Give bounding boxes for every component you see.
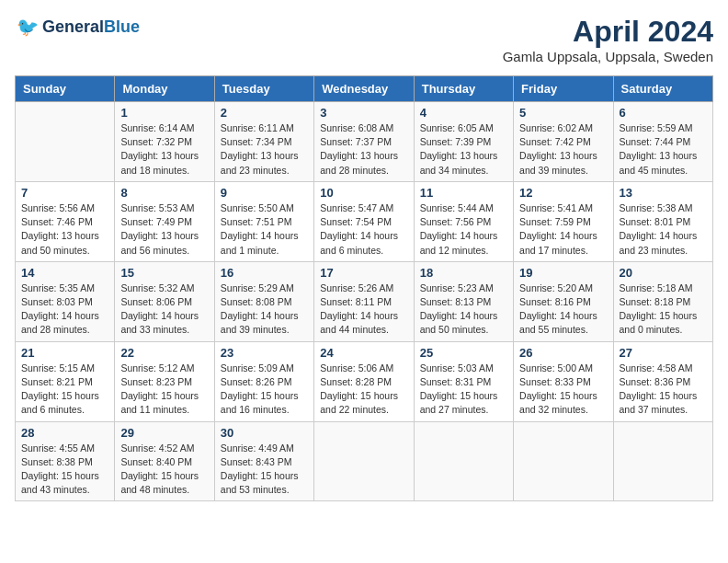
calendar-cell	[314, 421, 414, 501]
calendar-cell	[16, 102, 115, 182]
day-number: 26	[519, 346, 607, 360]
day-number: 27	[620, 346, 707, 360]
day-detail: Sunrise: 5:18 AMSunset: 8:18 PMDaylight:…	[620, 282, 707, 338]
calendar-cell: 26Sunrise: 5:00 AMSunset: 8:33 PMDayligh…	[514, 341, 613, 421]
day-detail: Sunrise: 4:52 AMSunset: 8:40 PMDaylight:…	[120, 442, 208, 498]
calendar-cell: 27Sunrise: 4:58 AMSunset: 8:36 PMDayligh…	[613, 341, 712, 421]
day-detail: Sunrise: 5:12 AMSunset: 8:23 PMDaylight:…	[120, 362, 208, 418]
day-detail: Sunrise: 5:35 AMSunset: 8:03 PMDaylight:…	[21, 282, 108, 338]
svg-text:🐦: 🐦	[17, 16, 40, 38]
calendar-cell: 10Sunrise: 5:47 AMSunset: 7:54 PMDayligh…	[314, 181, 414, 261]
day-detail: Sunrise: 5:03 AMSunset: 8:31 PMDaylight:…	[420, 362, 507, 418]
calendar-cell: 3Sunrise: 6:08 AMSunset: 7:37 PMDaylight…	[314, 102, 414, 182]
day-detail: Sunrise: 4:49 AMSunset: 8:43 PMDaylight:…	[221, 442, 308, 498]
day-detail: Sunrise: 5:26 AMSunset: 8:11 PMDaylight:…	[320, 282, 407, 338]
day-number: 23	[221, 346, 308, 360]
calendar-cell: 11Sunrise: 5:44 AMSunset: 7:56 PMDayligh…	[414, 181, 513, 261]
column-header-tuesday: Tuesday	[214, 76, 313, 102]
calendar-cell: 21Sunrise: 5:15 AMSunset: 8:21 PMDayligh…	[16, 341, 115, 421]
calendar-week-row: 28Sunrise: 4:55 AMSunset: 8:38 PMDayligh…	[16, 421, 713, 501]
day-detail: Sunrise: 5:00 AMSunset: 8:33 PMDaylight:…	[519, 362, 607, 418]
day-number: 10	[320, 186, 407, 200]
day-number: 16	[221, 266, 308, 280]
calendar-week-row: 14Sunrise: 5:35 AMSunset: 8:03 PMDayligh…	[16, 261, 713, 341]
column-header-saturday: Saturday	[613, 76, 712, 102]
day-number: 19	[519, 266, 607, 280]
day-detail: Sunrise: 5:15 AMSunset: 8:21 PMDaylight:…	[21, 362, 108, 418]
page-header: 🐦 GeneralBlue April 2024 Gamla Uppsala, …	[15, 15, 713, 64]
calendar-cell: 1Sunrise: 6:14 AMSunset: 7:32 PMDaylight…	[115, 102, 214, 182]
column-header-thursday: Thursday	[414, 76, 513, 102]
day-number: 21	[21, 346, 108, 360]
calendar-cell: 29Sunrise: 4:52 AMSunset: 8:40 PMDayligh…	[115, 421, 214, 501]
day-detail: Sunrise: 4:58 AMSunset: 8:36 PMDaylight:…	[620, 362, 707, 418]
day-detail: Sunrise: 5:56 AMSunset: 7:46 PMDaylight:…	[21, 201, 108, 258]
day-detail: Sunrise: 5:32 AMSunset: 8:06 PMDaylight:…	[120, 282, 208, 338]
calendar-week-row: 21Sunrise: 5:15 AMSunset: 8:21 PMDayligh…	[16, 341, 713, 421]
day-number: 11	[420, 186, 507, 200]
calendar-cell: 4Sunrise: 6:05 AMSunset: 7:39 PMDaylight…	[414, 102, 513, 182]
day-number: 3	[320, 106, 407, 120]
day-detail: Sunrise: 5:44 AMSunset: 7:56 PMDaylight:…	[420, 201, 507, 258]
day-detail: Sunrise: 5:50 AMSunset: 7:51 PMDaylight:…	[221, 201, 308, 258]
calendar-cell: 12Sunrise: 5:41 AMSunset: 7:59 PMDayligh…	[514, 181, 613, 261]
calendar-header-row: SundayMondayTuesdayWednesdayThursdayFrid…	[16, 76, 713, 102]
day-detail: Sunrise: 5:06 AMSunset: 8:28 PMDaylight:…	[320, 362, 407, 418]
day-detail: Sunrise: 5:59 AMSunset: 7:44 PMDaylight:…	[620, 121, 707, 178]
logo: 🐦 GeneralBlue	[15, 15, 140, 40]
calendar-cell	[514, 421, 613, 501]
calendar-cell: 25Sunrise: 5:03 AMSunset: 8:31 PMDayligh…	[414, 341, 513, 421]
day-number: 13	[620, 186, 707, 200]
calendar-week-row: 7Sunrise: 5:56 AMSunset: 7:46 PMDaylight…	[16, 181, 713, 261]
column-header-monday: Monday	[115, 76, 214, 102]
calendar-cell: 17Sunrise: 5:26 AMSunset: 8:11 PMDayligh…	[314, 261, 414, 341]
calendar-cell: 24Sunrise: 5:06 AMSunset: 8:28 PMDayligh…	[314, 341, 414, 421]
day-detail: Sunrise: 5:23 AMSunset: 8:13 PMDaylight:…	[420, 282, 507, 338]
day-detail: Sunrise: 5:29 AMSunset: 8:08 PMDaylight:…	[221, 282, 308, 338]
calendar-cell	[414, 421, 513, 501]
calendar-cell: 7Sunrise: 5:56 AMSunset: 7:46 PMDaylight…	[16, 181, 115, 261]
calendar-cell: 20Sunrise: 5:18 AMSunset: 8:18 PMDayligh…	[613, 261, 712, 341]
day-detail: Sunrise: 6:14 AMSunset: 7:32 PMDaylight:…	[120, 121, 208, 178]
day-number: 5	[519, 106, 607, 120]
calendar-cell: 18Sunrise: 5:23 AMSunset: 8:13 PMDayligh…	[414, 261, 513, 341]
day-number: 2	[221, 106, 308, 120]
logo-icon: 🐦	[17, 15, 42, 40]
calendar-cell: 16Sunrise: 5:29 AMSunset: 8:08 PMDayligh…	[214, 261, 313, 341]
calendar-cell: 22Sunrise: 5:12 AMSunset: 8:23 PMDayligh…	[115, 341, 214, 421]
day-number: 4	[420, 106, 507, 120]
day-detail: Sunrise: 6:11 AMSunset: 7:34 PMDaylight:…	[221, 121, 308, 178]
day-number: 6	[620, 106, 707, 120]
calendar-cell: 9Sunrise: 5:50 AMSunset: 7:51 PMDaylight…	[214, 181, 313, 261]
day-number: 18	[420, 266, 507, 280]
day-detail: Sunrise: 5:09 AMSunset: 8:26 PMDaylight:…	[221, 362, 308, 418]
day-detail: Sunrise: 6:08 AMSunset: 7:37 PMDaylight:…	[320, 121, 407, 178]
day-detail: Sunrise: 6:05 AMSunset: 7:39 PMDaylight:…	[420, 121, 507, 178]
day-detail: Sunrise: 5:47 AMSunset: 7:54 PMDaylight:…	[320, 201, 407, 258]
calendar-cell: 14Sunrise: 5:35 AMSunset: 8:03 PMDayligh…	[16, 261, 115, 341]
calendar-cell: 5Sunrise: 6:02 AMSunset: 7:42 PMDaylight…	[514, 102, 613, 182]
calendar-cell	[613, 421, 712, 501]
calendar-table: SundayMondayTuesdayWednesdayThursdayFrid…	[15, 75, 713, 501]
calendar-cell: 6Sunrise: 5:59 AMSunset: 7:44 PMDaylight…	[613, 102, 712, 182]
day-detail: Sunrise: 5:41 AMSunset: 7:59 PMDaylight:…	[519, 201, 607, 258]
day-number: 29	[120, 426, 208, 440]
calendar-cell: 28Sunrise: 4:55 AMSunset: 8:38 PMDayligh…	[16, 421, 115, 501]
calendar-cell: 30Sunrise: 4:49 AMSunset: 8:43 PMDayligh…	[214, 421, 313, 501]
calendar-cell: 13Sunrise: 5:38 AMSunset: 8:01 PMDayligh…	[613, 181, 712, 261]
calendar-cell: 8Sunrise: 5:53 AMSunset: 7:49 PMDaylight…	[115, 181, 214, 261]
day-number: 1	[120, 106, 208, 120]
day-number: 25	[420, 346, 507, 360]
day-detail: Sunrise: 4:55 AMSunset: 8:38 PMDaylight:…	[21, 442, 108, 498]
column-header-sunday: Sunday	[16, 76, 115, 102]
day-number: 8	[120, 186, 208, 200]
day-number: 17	[320, 266, 407, 280]
day-number: 7	[21, 186, 108, 200]
day-number: 14	[21, 266, 108, 280]
month-year-title: April 2024	[503, 15, 713, 49]
calendar-cell: 19Sunrise: 5:20 AMSunset: 8:16 PMDayligh…	[514, 261, 613, 341]
calendar-cell: 23Sunrise: 5:09 AMSunset: 8:26 PMDayligh…	[214, 341, 313, 421]
day-detail: Sunrise: 6:02 AMSunset: 7:42 PMDaylight:…	[519, 121, 607, 178]
column-header-wednesday: Wednesday	[314, 76, 414, 102]
day-number: 30	[221, 426, 308, 440]
